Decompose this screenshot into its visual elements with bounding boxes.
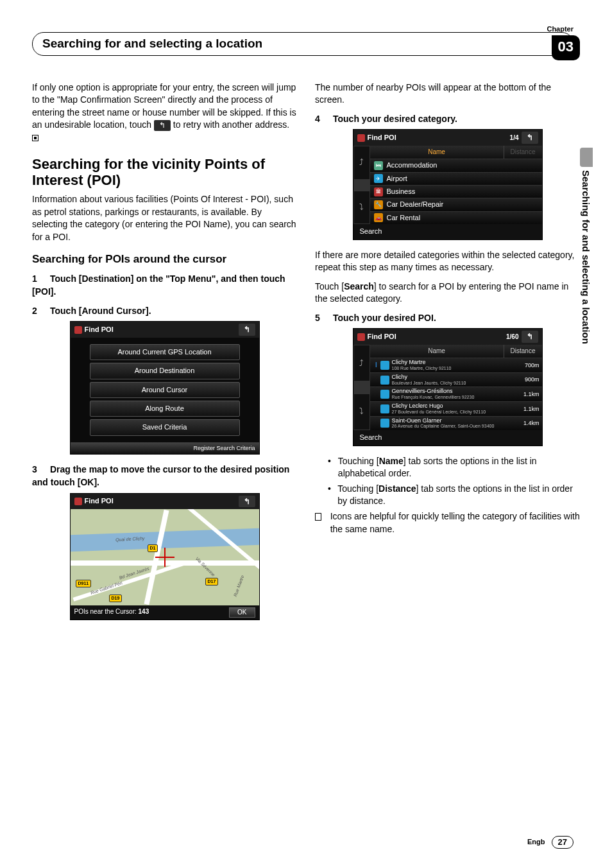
road-badge: D911 xyxy=(76,580,92,587)
find-poi-menu-screen: Find POI ↰ Around Current GPS Location A… xyxy=(70,321,260,455)
bullet-name-sort: • Touching [Name] tab sorts the options … xyxy=(328,455,580,480)
find-poi-map-screen: Find POI ↰ D1 D911 D17 D19 Quai de Clich… xyxy=(70,493,260,621)
language-label: Engb xyxy=(527,837,545,847)
accommodation-icon: 🛏 xyxy=(374,161,383,170)
category-icon xyxy=(380,404,389,413)
chapter-number-badge: 03 xyxy=(552,35,580,60)
back-button[interactable]: ↰ xyxy=(239,496,255,508)
cursor-icon xyxy=(155,548,174,567)
retry-icon[interactable]: ↰ xyxy=(154,120,171,131)
screen-title: Find POI xyxy=(368,332,507,342)
map-area[interactable]: D1 D911 D17 D19 Quai de Clichy Rue Gabri… xyxy=(71,509,259,605)
intro-paragraph: If only one option is appropriate for yo… xyxy=(32,82,297,144)
result-row[interactable]: ClichyBoulevard Jean Jaurès, Clichy 9211… xyxy=(370,372,542,387)
category-row[interactable]: ✈Airport xyxy=(370,172,542,185)
street-label: Via Séverine xyxy=(194,556,216,578)
screen-title: Find POI xyxy=(368,133,510,143)
screen-title: Find POI xyxy=(85,325,239,334)
chapter-label: Chapter xyxy=(547,24,574,34)
find-poi-results-screen: Find POI 1/60 ↰ ⤴ ⤵ Name Distance I xyxy=(353,328,543,446)
category-row[interactable]: 🔧Car Dealer/Repair xyxy=(370,198,542,211)
step-5: 5Touch your desired POI. xyxy=(315,312,580,325)
search-button[interactable]: Search xyxy=(353,224,542,239)
back-button[interactable]: ↰ xyxy=(239,324,255,336)
icons-note: Icons are helpful for quickly telling th… xyxy=(315,510,580,535)
scroll-down-button[interactable]: ⤵ xyxy=(353,191,370,224)
subsection-heading-around-cursor: Searching for POIs around the cursor xyxy=(32,252,297,267)
note-icon xyxy=(315,513,321,521)
distance-tab[interactable]: Distance xyxy=(504,345,542,358)
category-icon xyxy=(380,419,389,428)
step-2: 2Touch [Around Cursor]. xyxy=(32,305,297,318)
section-heading-vicinity-poi: Searching for the vicinity Points of Int… xyxy=(32,156,297,189)
category-icon xyxy=(380,361,389,370)
ok-button[interactable]: OK xyxy=(229,607,255,618)
menu-item[interactable]: Saved Criteria xyxy=(90,419,240,435)
street-label: Rue Gabriel Péri xyxy=(89,580,123,596)
category-row[interactable]: 🏛Business xyxy=(370,185,542,198)
result-row[interactable]: Clichy Leclerc Hugo27 Boulevard du Génér… xyxy=(370,401,542,416)
pin-icon xyxy=(357,333,365,341)
step-3: 3Drag the map to move the cursor to the … xyxy=(32,464,297,489)
menu-item[interactable]: Around Destination xyxy=(90,363,240,379)
car-dealer-icon: 🔧 xyxy=(374,200,383,209)
step-4: 4Touch your desired category. xyxy=(315,113,580,126)
page-footer: Engb 27 xyxy=(527,836,574,849)
scroll-up-button[interactable]: ⤴ xyxy=(353,146,370,179)
bullet-distance-sort: • Touching [Distance] tab sorts the opti… xyxy=(328,483,580,508)
menu-item[interactable]: Around Cursor xyxy=(90,382,240,398)
poi-count-label: POIs near the Cursor: 143 xyxy=(74,607,230,618)
business-icon: 🏛 xyxy=(374,187,383,196)
menu-item[interactable]: Along Route xyxy=(90,401,240,417)
airport-icon: ✈ xyxy=(374,174,383,183)
result-row[interactable]: Saint-Ouen Glarner26 Avenue du Capitaine… xyxy=(370,416,542,431)
category-row[interactable]: 🛏Accommodation xyxy=(370,159,542,171)
info-icon[interactable]: I xyxy=(373,361,380,370)
step-1: 1Touch [Destination] on the "Top Menu", … xyxy=(32,273,297,298)
street-label: Rue Martre xyxy=(232,575,245,598)
menu-item[interactable]: Around Current GPS Location xyxy=(90,344,240,360)
left-column: If only one option is appropriate for yo… xyxy=(32,82,297,630)
category-icon xyxy=(380,376,389,385)
category-row[interactable]: 🚗Car Rental xyxy=(370,211,542,224)
road-badge: D19 xyxy=(109,595,123,602)
result-row[interactable]: I Clichy Martre108 Rue Martre, Clichy 92… xyxy=(370,358,542,372)
category-icon xyxy=(380,390,389,399)
screen-title: Find POI xyxy=(85,496,239,506)
pin-icon xyxy=(357,134,365,142)
back-button[interactable]: ↰ xyxy=(522,331,538,343)
back-button[interactable]: ↰ xyxy=(522,132,538,144)
result-row[interactable]: Gennevilliers-GrésillonsRue François Kov… xyxy=(370,386,542,401)
distance-tab[interactable]: Distance xyxy=(504,146,542,159)
scroll-up-button[interactable]: ⤴ xyxy=(353,345,370,381)
poi-count-note: The number of nearby POIs will appear at… xyxy=(315,82,580,107)
name-tab[interactable]: Name xyxy=(370,146,504,159)
page-indicator: 1/60 xyxy=(506,333,518,342)
page-number: 27 xyxy=(552,836,574,849)
side-tab: Searching for and selecting a location xyxy=(580,148,593,404)
search-note: Touch [Search] to search for a POI by en… xyxy=(315,281,580,306)
right-column: The number of nearby POIs will appear at… xyxy=(315,82,580,630)
repeat-note: If there are more detailed categories wi… xyxy=(315,249,580,274)
name-tab[interactable]: Name xyxy=(370,345,504,358)
pin-icon xyxy=(74,498,82,505)
stop-icon xyxy=(32,135,38,141)
car-rental-icon: 🚗 xyxy=(374,213,383,222)
page-title: Searching for and selecting a location xyxy=(32,32,574,56)
road-badge: D17 xyxy=(205,578,219,586)
register-criteria-button[interactable]: Register Search Criteria xyxy=(71,442,259,455)
scroll-down-button[interactable]: ⤵ xyxy=(353,394,370,430)
find-poi-category-screen: Find POI 1/4 ↰ ⤴ ⤵ Name Distance 🛏Accomm… xyxy=(353,129,543,239)
pin-icon xyxy=(74,326,82,334)
page-indicator: 1/4 xyxy=(510,134,519,143)
vicinity-poi-description: Information about various facilities (Po… xyxy=(32,193,297,243)
search-button[interactable]: Search xyxy=(353,430,542,445)
